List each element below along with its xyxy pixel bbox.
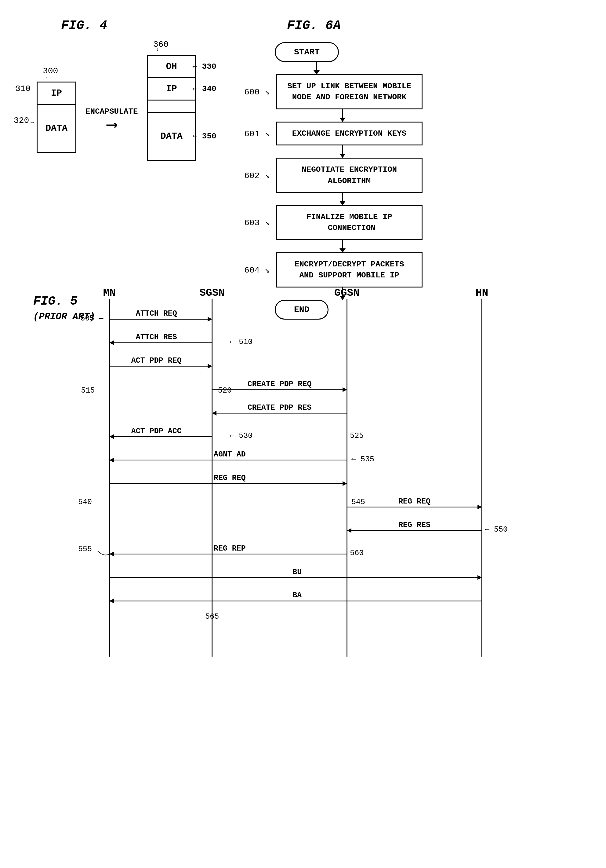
sequence-diagram-svg: FIG. 5 (PRIOR ART) MN SGSN GGSN HN ATTCH… [25, 281, 581, 663]
fig6a-area: FIG. 6A START 600 ↘ SET UP LINK BETWEEN … [207, 18, 581, 263]
packet1-ip: IP [37, 82, 76, 105]
box-602: NEGOTIATE ENCRYPTIONALGORITHM [276, 158, 422, 193]
ref-505: 505 — [80, 314, 104, 322]
msg-attch-req-arrow [207, 317, 212, 321]
col-mn: MN [103, 287, 116, 299]
packet1-label-bottom: 320 [14, 116, 29, 125]
arrow-0 [316, 62, 317, 74]
msg-ba-arrow [110, 598, 114, 603]
flow-row-603: 603 ↘ FINALIZE MOBILE IP CONNECTION [244, 205, 422, 240]
col-sgsn: SGSN [199, 287, 225, 299]
msg-ba-label: BA [292, 591, 301, 600]
msg-reg-req-1-arrow [343, 481, 347, 486]
ref-520: 520 [218, 386, 232, 395]
packet1-box: IP DATA [37, 82, 76, 153]
box-601: EXCHANGE ENCRYPTION KEYS [276, 122, 422, 146]
packet1-ref-arrow: ↓ [45, 73, 48, 79]
ref-603: 603 ↘ [244, 217, 270, 228]
ref-555: 555 [78, 545, 92, 553]
msg-bu-arrow [478, 575, 482, 580]
ref-555-curve [98, 551, 109, 555]
packet1-data: DATA [37, 105, 76, 152]
ref-540: 540 [78, 498, 92, 506]
bottom-section: FIG. 5 (PRIOR ART) MN SGSN GGSN HN ATTCH… [25, 281, 581, 664]
msg-act-pdp-acc-arrow [110, 434, 114, 439]
page: FIG. 4 300 ↓ 310 → IP DATA 320 → [0, 0, 606, 868]
packet2-empty [148, 101, 195, 113]
msg-create-pdp-req-label: CREATE PDP REQ [247, 380, 312, 388]
packet1-label-top: 310 [15, 84, 31, 93]
ref-525: 525 [350, 431, 363, 440]
packet2-ip: IP ← 340 [148, 78, 195, 101]
fig4-packets: 300 ↓ 310 → IP DATA 320 → ENCAPSULATE ⟶ [37, 55, 207, 161]
start-row: START [275, 42, 339, 62]
arrow-2 [342, 146, 343, 158]
flow-row-600: 600 ↘ SET UP LINK BETWEEN MOBILENODE AND… [244, 74, 422, 109]
msg-reg-res-label: REG RES [399, 521, 430, 529]
encapsulate-label: ENCAPSULATE [85, 107, 138, 116]
box-600: SET UP LINK BETWEEN MOBILENODE AND FOREI… [276, 74, 422, 109]
flow-row-601: 601 ↘ EXCHANGE ENCRYPTION KEYS [244, 122, 422, 146]
ref-545: 545 — [351, 498, 374, 506]
msg-reg-req-2-arrow [478, 505, 482, 509]
msg-act-pdp-req-arrow [207, 364, 212, 369]
ref-602: 602 ↘ [244, 170, 270, 181]
msg-attch-req-label: ATTCH REQ [136, 309, 177, 318]
packet1-label-bottom-arrow: → [31, 119, 34, 125]
msg-create-pdp-req-arrow [343, 388, 347, 392]
flow-row-602: 602 ↘ NEGOTIATE ENCRYPTIONALGORITHM [244, 158, 422, 193]
flowchart: START 600 ↘ SET UP LINK BETWEEN MOBILENO… [244, 42, 581, 319]
packet1: 300 ↓ 310 → IP DATA 320 → [37, 82, 76, 153]
ref-510: ← 510 [230, 338, 252, 346]
box-603: FINALIZE MOBILE IP CONNECTION [276, 205, 422, 240]
packet2-oh: OH ← 330 [148, 56, 195, 78]
msg-agnt-ad-arrow [110, 458, 114, 462]
col-ggsn: GGSN [334, 287, 360, 299]
top-section: FIG. 4 300 ↓ 310 → IP DATA 320 → [25, 18, 581, 263]
msg-attch-res-arrow [110, 340, 114, 345]
ref-515: 515 [81, 386, 95, 395]
msg-reg-req-2-label: REG REQ [399, 497, 430, 506]
packet2: 360 ↓ OH ← 330 IP ← 340 DATA [147, 55, 196, 161]
arrow-1 [342, 109, 343, 122]
ref-530: ← 530 [230, 431, 252, 440]
ref-565: 565 [205, 612, 219, 621]
msg-act-pdp-acc-label: ACT PDP ACC [131, 427, 182, 436]
ref-604: 604 ↘ [244, 265, 270, 275]
fig6a-title: FIG. 6A [287, 18, 581, 33]
ref-601: 601 ↘ [244, 128, 270, 139]
msg-reg-rep-arrow [110, 552, 114, 556]
col-hn: HN [476, 287, 488, 299]
start-oval: START [275, 42, 339, 62]
packet1-label-top-arrow: → [14, 84, 17, 90]
packet2-box: OH ← 330 IP ← 340 DATA ← 350 [147, 55, 196, 161]
msg-create-pdp-res-arrow [212, 411, 216, 415]
msg-reg-rep-label: REG REP [214, 544, 246, 553]
ref-550: ← 550 [485, 525, 508, 534]
fig4-title: FIG. 4 [61, 18, 107, 33]
encapsulate-arrow-area: ENCAPSULATE ⟶ [85, 107, 138, 133]
fig5-title-text: FIG. 5 [33, 294, 77, 308]
ref-535: ← 535 [351, 455, 374, 463]
msg-reg-req-1-label: REG REQ [214, 474, 246, 482]
msg-agnt-ad-label: AGNT AD [214, 450, 246, 459]
ref-560: 560 [350, 549, 363, 557]
msg-reg-res-arrow [347, 528, 351, 533]
arrow-3 [342, 193, 343, 205]
msg-attch-res-label: ATTCH RES [136, 333, 177, 341]
ref-600: 600 ↘ [244, 87, 270, 97]
encapsulate-arrow-icon: ⟶ [107, 118, 116, 133]
fig4-area: FIG. 4 300 ↓ 310 → IP DATA 320 → [25, 18, 207, 263]
packet2-data: DATA ← 350 [148, 113, 195, 160]
msg-act-pdp-req-label: ACT PDP REQ [131, 356, 182, 365]
msg-create-pdp-res-label: CREATE PDP RES [247, 403, 312, 412]
arrow-4 [342, 240, 343, 253]
msg-bu-label: BU [292, 568, 301, 576]
